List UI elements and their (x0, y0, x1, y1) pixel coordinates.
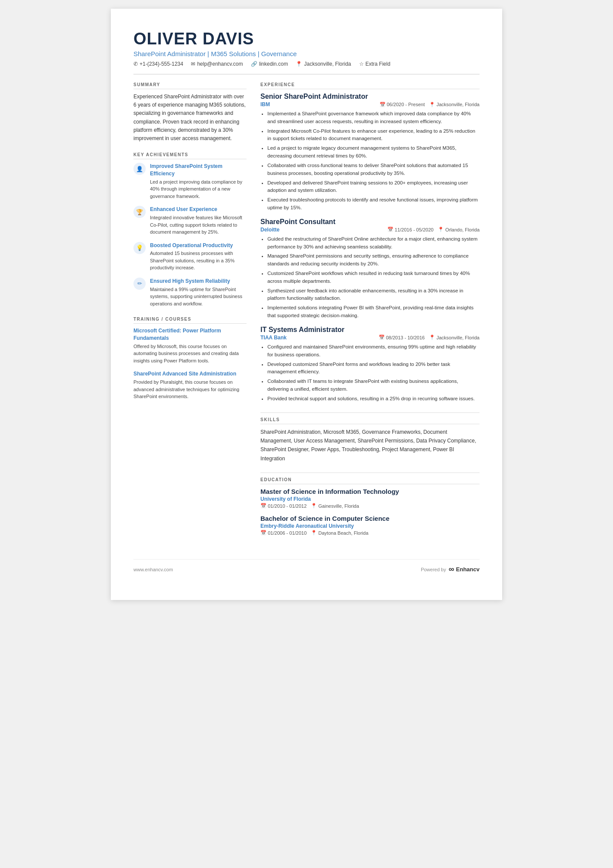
achievement-desc-1: Led a project improving data compliance … (150, 178, 247, 200)
edu-map-icon-1: 📍 (311, 503, 317, 509)
calendar-icon-3: 📅 (379, 335, 385, 340)
bullet-1-5: Developed and delivered SharePoint train… (267, 179, 480, 195)
candidate-name: OLIVER DAVIS (133, 30, 480, 48)
bullet-2-2: Managed SharePoint permissions and secur… (267, 252, 480, 268)
achievement-item-1: 👤 Improved SharePoint System Efficiency … (133, 163, 247, 200)
summary-label: SUMMARY (133, 82, 247, 89)
job-bullets-1: Implemented a SharePoint governance fram… (260, 110, 480, 212)
bullet-1-4: Collaborated with cross-functional teams… (267, 162, 480, 178)
summary-text: Experienced SharePoint Administrator wit… (133, 93, 247, 143)
edu-location-2: 📍 Daytona Beach, Florida (311, 530, 368, 536)
bullet-3-2: Developed customized SharePoint forms an… (267, 361, 480, 376)
skills-section: SKILLS SharePoint Administration, Micros… (260, 412, 480, 463)
bullet-2-5: Implemented solutions integrating Power … (267, 304, 480, 320)
job-dates-location-3: 📅 08/2013 - 10/2016 📍 Jacksonville, Flor… (379, 335, 480, 340)
course-title-1: Microsoft Certified: Power Platform Fund… (133, 327, 247, 342)
training-section: TRAINING / COURSES Microsoft Certified: … (133, 317, 247, 400)
job-location-2: 📍 Orlando, Florida (438, 227, 480, 232)
footer: www.enhancv.com Powered by ∞ Enhancv (133, 559, 480, 574)
skills-divider (260, 412, 480, 413)
location-icon: 📍 (296, 61, 302, 67)
candidate-title: SharePoint Administrator | M365 Solution… (133, 50, 480, 57)
job-title-3: IT Systems Administrator (260, 326, 480, 334)
edu-meta-2: 📅 01/2006 - 01/2010 📍 Daytona Beach, Flo… (260, 530, 480, 536)
job-dates-2: 📅 11/2016 - 05/2020 (387, 227, 433, 232)
job-bullets-2: Guided the restructuring of SharePoint O… (260, 235, 480, 320)
course-item-1: Microsoft Certified: Power Platform Fund… (133, 327, 247, 364)
edu-degree-2: Bachelor of Science in Computer Science (260, 515, 480, 522)
achievement-desc-2: Integrated innovative features like Micr… (150, 214, 247, 236)
experience-label: EXPERIENCE (260, 82, 480, 89)
job-meta-3: TIAA Bank 📅 08/2013 - 10/2016 📍 Jacksonv… (260, 335, 480, 341)
job-title-1: Senior SharePoint Administrator (260, 93, 480, 101)
experience-section: EXPERIENCE Senior SharePoint Administrat… (260, 82, 480, 403)
contact-phone: ✆ +1-(234)-555-1234 (133, 61, 183, 67)
achievement-item-4: ✏ Ensured High System Reliability Mainta… (133, 278, 247, 307)
achievements-label: KEY ACHIEVEMENTS (133, 152, 247, 159)
achievement-desc-3: Automated 15 business processes with Sha… (150, 250, 247, 271)
skills-label: SKILLS (260, 417, 480, 424)
contact-linkedin: 🔗 linkedin.com (251, 61, 288, 67)
achievements-section: KEY ACHIEVEMENTS 👤 Improved SharePoint S… (133, 152, 247, 307)
achievement-item-3: 💡 Boosted Operational Productivity Autom… (133, 242, 247, 271)
edu-dates-1: 📅 01/2010 - 01/2012 (260, 503, 306, 509)
edu-calendar-icon-2: 📅 (260, 530, 267, 536)
job-title-2: SharePoint Consultant (260, 218, 480, 226)
job-dates-location-2: 📅 11/2016 - 05/2020 📍 Orlando, Florida (387, 227, 480, 232)
email-icon: ✉ (191, 61, 195, 67)
footer-website: www.enhancv.com (133, 567, 173, 572)
bullet-2-3: Customized SharePoint workflows which re… (267, 270, 480, 285)
achievement-desc-4: Maintained a 99% uptime for SharePoint s… (150, 286, 247, 308)
main-layout: SUMMARY Experienced SharePoint Administr… (133, 82, 480, 545)
edu-meta-1: 📅 01/2010 - 01/2012 📍 Gainesville, Flori… (260, 503, 480, 509)
job-dates-3: 📅 08/2013 - 10/2016 (379, 335, 425, 340)
header-divider (133, 74, 480, 74)
resume-page: OLIVER DAVIS SharePoint Administrator | … (111, 9, 502, 600)
bullet-1-6: Executed troubleshooting protocols to id… (267, 196, 480, 212)
job-meta-1: IBM 📅 06/2020 - Present 📍 Jacksonville, … (260, 101, 480, 107)
job-company-1: IBM (260, 101, 270, 107)
job-dates-location-1: 📅 06/2020 - Present 📍 Jacksonville, Flor… (380, 102, 480, 107)
edu-school-2: Embry-Riddle Aeronautical University (260, 523, 480, 529)
bullet-3-3: Collaborated with IT teams to integrate … (267, 378, 480, 393)
bullet-3-1: Configured and maintained SharePoint env… (267, 343, 480, 359)
achievement-item-2: 🏆 Enhanced User Experience Integrated in… (133, 206, 247, 235)
course-desc-2: Provided by Pluralsight, this course foc… (133, 379, 247, 400)
achievement-title-1: Improved SharePoint System Efficiency (150, 163, 247, 178)
enhancv-logo-icon: ∞ (449, 565, 454, 574)
job-location-1: 📍 Jacksonville, Florida (429, 102, 480, 107)
star-icon: ☆ (359, 61, 364, 67)
job-1: Senior SharePoint Administrator IBM 📅 06… (260, 93, 480, 212)
map-icon-1: 📍 (429, 102, 435, 107)
map-icon-2: 📍 (438, 227, 444, 232)
phone-icon: ✆ (133, 61, 138, 67)
achievement-icon-3: 💡 (133, 242, 146, 254)
training-label: TRAINING / COURSES (133, 317, 247, 324)
contact-bar: ✆ +1-(234)-555-1234 ✉ help@enhancv.com 🔗… (133, 61, 480, 67)
contact-extra: ☆ Extra Field (359, 61, 390, 67)
job-dates-1: 📅 06/2020 - Present (380, 102, 425, 107)
job-company-2: Deloitte (260, 227, 280, 233)
achievement-icon-1: 👤 (133, 163, 146, 175)
job-3: IT Systems Administrator TIAA Bank 📅 08/… (260, 326, 480, 403)
job-meta-2: Deloitte 📅 11/2016 - 05/2020 📍 Orlando, … (260, 227, 480, 233)
course-item-2: SharePoint Advanced Site Administration … (133, 370, 247, 400)
edu-school-1: University of Florida (260, 496, 480, 502)
edu-map-icon-2: 📍 (311, 530, 317, 536)
job-location-3: 📍 Jacksonville, Florida (429, 335, 480, 340)
enhancv-logo: ∞ Enhancv (449, 565, 480, 574)
job-company-3: TIAA Bank (260, 335, 287, 341)
skills-text: SharePoint Administration, Microsoft M36… (260, 428, 480, 463)
job-2: SharePoint Consultant Deloitte 📅 11/2016… (260, 218, 480, 320)
bullet-3-4: Provided technical support and solutions… (267, 395, 480, 403)
header: OLIVER DAVIS SharePoint Administrator | … (133, 30, 480, 74)
achievement-title-2: Enhanced User Experience (150, 206, 247, 213)
edu-item-2: Bachelor of Science in Computer Science … (260, 515, 480, 536)
footer-powered-by: Powered by ∞ Enhancv (421, 565, 480, 574)
bullet-1-3: Led a project to migrate legacy document… (267, 144, 480, 160)
contact-email: ✉ help@enhancv.com (191, 61, 243, 67)
bullet-2-1: Guided the restructuring of SharePoint O… (267, 235, 480, 251)
job-bullets-3: Configured and maintained SharePoint env… (260, 343, 480, 403)
edu-item-1: Master of Science in Information Technol… (260, 488, 480, 509)
linkedin-icon: 🔗 (251, 61, 257, 67)
